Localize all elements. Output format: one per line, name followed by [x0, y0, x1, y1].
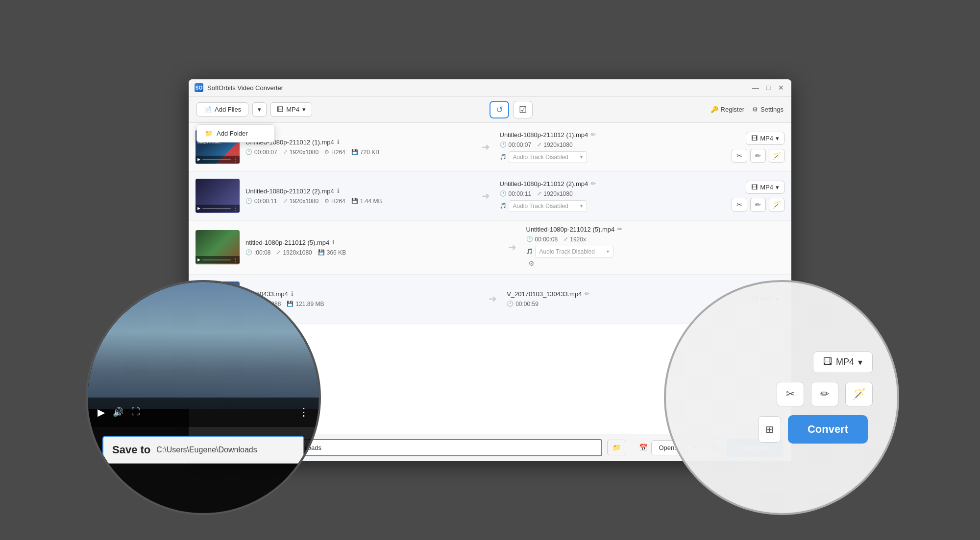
- maximize-button[interactable]: □: [764, 83, 773, 92]
- key-icon: 🔑: [710, 106, 718, 113]
- disk-icon-2: 💾: [351, 198, 358, 204]
- format-btn-1[interactable]: 🎞 MP4 ▾: [746, 132, 784, 145]
- magnify-crop-tool[interactable]: ✂: [777, 382, 804, 406]
- window-controls: — □ ✕: [751, 83, 785, 92]
- disk-icon-3: 💾: [318, 249, 325, 256]
- codec-icon: ⚙: [324, 149, 329, 155]
- magnify-more-btn[interactable]: ⋮: [298, 406, 309, 419]
- edit-tool-1[interactable]: ✏: [750, 149, 766, 163]
- edit-icon-3[interactable]: ✏: [617, 226, 622, 233]
- thumbnail-2: ▶ ⋮: [196, 179, 240, 213]
- film-icon-2: 🎞: [751, 184, 758, 191]
- format-controls-1: 🎞 MP4 ▾ ✂ ✏ 🪄: [732, 132, 784, 163]
- file-icon: 📄: [204, 106, 212, 113]
- refresh-button[interactable]: ↺: [490, 101, 509, 118]
- file-name-2: Untitled-1080p-211012 (2).mp4: [245, 188, 334, 195]
- folder-icon: 📁: [205, 130, 213, 137]
- more-button-3[interactable]: ⋮: [233, 257, 238, 262]
- magnify-play-btn[interactable]: ▶: [98, 406, 105, 418]
- progress-bar-1: [202, 159, 231, 160]
- film-icon-magnify: 🎞: [823, 357, 832, 367]
- arrow-icon-3: ➜: [504, 241, 520, 253]
- browse-folder-button[interactable]: 📁: [607, 440, 626, 455]
- table-row: DownloadNOWUsing a link bel... ▶ ⋮ Untit…: [189, 123, 791, 172]
- expand-icon-o2: ⤢: [537, 190, 541, 197]
- table-row: ▶ ⋮ Untitled-1080p-211012 (2).mp4 ℹ 🕐00:…: [189, 172, 791, 221]
- add-files-button[interactable]: 📄 Add Files: [196, 102, 248, 117]
- format-btn-2[interactable]: 🎞 MP4 ▾: [746, 181, 784, 194]
- edit-icon-1[interactable]: ✏: [591, 131, 596, 138]
- magnify-save-area: Save to C:\Users\Eugene\Downloads: [102, 436, 304, 464]
- magnify-grid-button[interactable]: ⊞: [758, 416, 781, 443]
- magnify-volume-btn[interactable]: 🔊: [113, 407, 123, 418]
- thumbnail-3: ▶ ⋮: [196, 230, 240, 264]
- disk-icon: 💾: [351, 149, 358, 155]
- check-button[interactable]: ☑: [513, 101, 533, 118]
- chevron-icon-1: ▾: [776, 135, 779, 142]
- arrow-icon-1: ➜: [478, 141, 494, 153]
- magnify-circle-left: ▶ 🔊 ⛶ ⋮ Save to C:\Users\Eugene\Download…: [86, 280, 321, 515]
- clock-icon: 🕐: [245, 149, 252, 155]
- format-selector[interactable]: 🎞 MP4 ▾: [270, 102, 312, 117]
- audio-dropdown-1[interactable]: Audio Track Disabled ▾: [509, 151, 587, 163]
- settings-button[interactable]: ⚙ Settings: [752, 106, 784, 113]
- info-icon-4[interactable]: ℹ: [291, 290, 294, 297]
- expand-icon-3: ⤢: [276, 249, 281, 256]
- magnify-convert-button[interactable]: Convert: [788, 415, 868, 444]
- magnify-save-path: C:\Users\Eugene\Downloads: [156, 446, 257, 454]
- crop-tool-2[interactable]: ✂: [732, 198, 747, 211]
- play-button-2[interactable]: ▶: [197, 206, 200, 211]
- arrow-icon-4: ➜: [485, 293, 501, 305]
- audio-dropdown-2[interactable]: Audio Track Disabled ▾: [509, 200, 587, 212]
- magnify-edit-tool[interactable]: ✏: [811, 382, 838, 406]
- magnify-format-button[interactable]: 🎞 MP4 ▾: [813, 352, 873, 373]
- file-info-1: Untitled-1080p-211012 (1).mp4 ℹ 🕐00:00:0…: [245, 139, 472, 156]
- output-info-4: V_20170103_130433.mp4 ✏ 🕐00:00:59: [507, 290, 740, 307]
- info-icon-2[interactable]: ℹ: [337, 188, 340, 194]
- music-icon-2: 🎵: [500, 203, 507, 209]
- close-button[interactable]: ✕: [777, 83, 785, 92]
- info-icon-1[interactable]: ℹ: [337, 139, 340, 145]
- arrow-icon-2: ➜: [478, 190, 494, 202]
- add-folder-item[interactable]: 📁 Add Folder: [197, 125, 274, 142]
- magnify-magic-tool[interactable]: 🪄: [845, 382, 873, 406]
- audio-dropdown-3[interactable]: Audio Track Disabled ▾: [535, 246, 613, 258]
- add-dropdown-button[interactable]: ▾: [252, 102, 267, 117]
- register-button[interactable]: 🔑 Register: [710, 106, 744, 113]
- chevron-down-icon-2: ▾: [580, 203, 583, 209]
- format-tools-1: ✂ ✏ 🪄: [732, 149, 784, 163]
- expand-icon-2: ⤢: [283, 198, 288, 204]
- more-button-2[interactable]: ⋮: [233, 206, 238, 211]
- magic-tool-1[interactable]: 🪄: [769, 149, 784, 163]
- chevron-down-icon-3: ▾: [607, 249, 609, 254]
- expand-icon-o1: ⤢: [537, 141, 541, 148]
- file-name-3: ntitled-1080p-211012 (5).mp4: [245, 239, 329, 246]
- play-button-1[interactable]: ▶: [197, 157, 200, 162]
- crop-tool-1[interactable]: ✂: [732, 149, 747, 163]
- chevron-down-icon-1: ▾: [580, 154, 583, 160]
- minimize-button[interactable]: —: [751, 83, 760, 92]
- music-icon-1: 🎵: [500, 154, 507, 160]
- progress-bar-3: [202, 259, 231, 260]
- output-info-1: Untitled-1080p-211012 (1).mp4 ✏ 🕐00:00:0…: [500, 131, 726, 163]
- info-icon-3[interactable]: ℹ: [332, 239, 335, 246]
- chevron-icon-2: ▾: [776, 184, 779, 191]
- output-info-3: Untitled-1080p-211012 (5).mp4 ✏ 🕐00:00:0…: [526, 226, 779, 269]
- file-info-2: Untitled-1080p-211012 (2).mp4 ℹ 🕐00:00:1…: [245, 188, 472, 205]
- magnify-left-content: ▶ 🔊 ⛶ ⋮ Save to C:\Users\Eugene\Download…: [88, 282, 319, 513]
- edit-icon-4[interactable]: ✏: [585, 290, 589, 297]
- expand-icon: ⤢: [283, 149, 288, 155]
- format-tools-2: ✂ ✏ 🪄: [732, 198, 784, 211]
- magnify-tools: ✂ ✏ 🪄: [777, 382, 873, 406]
- clock-icon-o2: 🕐: [500, 190, 507, 197]
- expand-icon-o3: ⤢: [564, 236, 568, 242]
- edit-icon-2[interactable]: ✏: [591, 180, 596, 187]
- more-button-1[interactable]: ⋮: [233, 157, 238, 162]
- edit-tool-2[interactable]: ✏: [750, 198, 766, 211]
- clock-icon-2: 🕐: [245, 198, 252, 204]
- title-bar: SO SoftOrbits Video Converter — □ ✕: [189, 79, 791, 97]
- play-button-3[interactable]: ▶: [197, 258, 200, 262]
- gear-settings-3[interactable]: ⚙: [526, 258, 779, 269]
- magnify-fullscreen-btn[interactable]: ⛶: [131, 407, 140, 417]
- magic-tool-2[interactable]: 🪄: [769, 198, 784, 211]
